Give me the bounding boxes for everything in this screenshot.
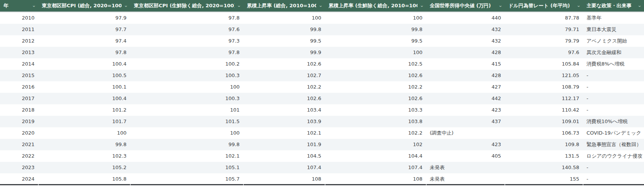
table-cell[interactable]: 97.8 [38,47,130,58]
table-cell[interactable]: (調査中止) [426,127,505,139]
table-cell[interactable]: - [583,162,644,173]
table-cell[interactable]: 2021 [0,139,38,150]
table-cell[interactable]: 101 [130,104,243,116]
table-cell[interactable]: 432 [426,24,505,35]
table-cell[interactable]: 100.2 [130,58,243,70]
table-cell[interactable]: 2017 [0,93,38,104]
table-cell[interactable]: 97.9 [38,12,130,24]
table-cell[interactable]: 異次元金融緩和 [583,47,644,58]
table-cell[interactable]: 423 [426,104,505,116]
table-cell[interactable]: 427 [426,81,505,93]
table-cell[interactable]: 121.05 [505,70,583,81]
table-cell[interactable]: 99.8 [38,139,130,150]
table-cell[interactable]: アベノミクス開始 [583,35,644,47]
table-cell[interactable]: 110.42 [505,104,583,116]
table-cell[interactable]: 101.9 [243,139,325,150]
table-cell[interactable]: 100.4 [38,93,130,104]
table-cell[interactable]: 消費税8%へ増税 [583,58,644,70]
table-cell[interactable]: 103.3 [325,104,426,116]
table-cell[interactable]: 97.6 [130,24,243,35]
table-cell[interactable]: 2020 [0,127,38,139]
table-cell[interactable]: 104.4 [325,150,426,162]
table-cell[interactable]: 未発表 [426,162,505,173]
table-cell[interactable]: 105.1 [130,162,243,173]
table-cell[interactable]: 97.7 [38,24,130,35]
table-cell[interactable]: 2014 [0,58,38,70]
table-cell[interactable]: 消費税10%へ増税 [583,116,644,127]
column-header-6[interactable]: ドル円為替レート (年平均)⌄ [505,0,583,12]
table-cell[interactable]: 2013 [0,47,38,58]
table-cell[interactable]: 2024 [0,173,38,185]
table-cell[interactable]: 109.8 [505,139,583,150]
column-header-4[interactable]: 累積上昇率 (生鮮除く総合, 2010=100)⌄ [325,0,426,12]
table-cell[interactable]: 101.2 [38,104,130,116]
table-cell[interactable]: 79.71 [505,24,583,35]
table-cell[interactable]: 102.1 [130,150,243,162]
chevron-down-icon[interactable]: ⌄ [235,3,241,8]
table-cell[interactable]: 102.2 [325,127,426,139]
table-cell[interactable]: 103.8 [325,116,426,127]
table-cell[interactable]: 102.6 [325,93,426,104]
table-cell[interactable]: 131.5 [505,150,583,162]
table-cell[interactable]: 102.7 [243,70,325,81]
table-cell[interactable]: 102 [325,139,426,150]
table-cell[interactable]: 99.5 [325,35,426,47]
column-header-1[interactable]: 東京都区部CPI (総合, 2020=100)⌄ [38,0,130,12]
table-cell[interactable]: ロシアのウクライナ侵攻 [583,150,644,162]
table-cell[interactable]: - [583,104,644,116]
table-cell[interactable]: 106.73 [505,127,583,139]
table-cell[interactable]: 102.2 [243,81,325,93]
table-cell[interactable]: 2015 [0,70,38,81]
table-cell[interactable]: 100 [325,47,426,58]
table-cell[interactable]: 東日本大震災 [583,24,644,35]
table-cell[interactable]: 108.79 [505,81,583,93]
table-cell[interactable]: 415 [426,58,505,70]
table-cell[interactable]: 2018 [0,104,38,116]
table-cell[interactable]: - [583,173,644,185]
column-header-2[interactable]: 東京都区部CPI (生鮮除く総合, 2020=100)⌄ [130,0,243,12]
table-cell[interactable]: - [583,70,644,81]
table-cell[interactable]: 100.3 [130,93,243,104]
table-cell[interactable]: 100 [243,12,325,24]
table-cell[interactable]: 99.8 [243,24,325,35]
table-cell[interactable]: 2023 [0,162,38,173]
table-cell[interactable]: 104.5 [243,150,325,162]
column-header-3[interactable]: 累積上昇率 (総合, 2010=100)⌄ [243,0,325,12]
table-cell[interactable]: 100.1 [38,81,130,93]
table-cell[interactable]: 107.4 [243,162,325,173]
table-cell[interactable]: 99.5 [243,35,325,47]
table-cell[interactable]: 100.4 [38,58,130,70]
table-cell[interactable]: 103.9 [243,116,325,127]
table-cell[interactable]: 109.01 [505,116,583,127]
table-cell[interactable]: 102.2 [325,81,426,93]
table-cell[interactable]: 105.2 [38,162,130,173]
table-cell[interactable]: 432 [426,35,505,47]
column-header-0[interactable]: 年⌄ [0,0,38,12]
table-cell[interactable]: 97.4 [38,35,130,47]
table-cell[interactable]: 102.5 [325,58,426,70]
table-cell[interactable]: 102.6 [243,93,325,104]
table-cell[interactable]: 102.1 [243,127,325,139]
table-cell[interactable]: - [583,93,644,104]
table-cell[interactable]: 105.7 [130,173,243,185]
table-cell[interactable]: 100 [38,127,130,139]
table-cell[interactable]: 440 [426,12,505,24]
table-cell[interactable]: 105.84 [505,58,583,70]
table-cell[interactable]: 緊急事態宣言（複数回） [583,139,644,150]
table-cell[interactable]: 102.3 [38,150,130,162]
table-cell[interactable]: 100 [130,81,243,93]
table-cell[interactable]: 101.7 [38,116,130,127]
table-cell[interactable]: 97.6 [505,47,583,58]
chevron-down-icon[interactable]: ⌄ [122,3,128,8]
table-cell[interactable]: 140.58 [505,162,583,173]
table-cell[interactable]: 97.3 [130,35,243,47]
table-cell[interactable]: 2011 [0,24,38,35]
table-cell[interactable]: 2022 [0,150,38,162]
table-cell[interactable]: 100 [325,12,426,24]
table-cell[interactable]: 100.5 [38,70,130,81]
table-cell[interactable]: 2016 [0,81,38,93]
table-cell[interactable]: 423 [426,139,505,150]
table-cell[interactable]: 99.8 [325,24,426,35]
chevron-down-icon[interactable]: ⌄ [496,3,503,8]
table-cell[interactable]: 437 [426,116,505,127]
